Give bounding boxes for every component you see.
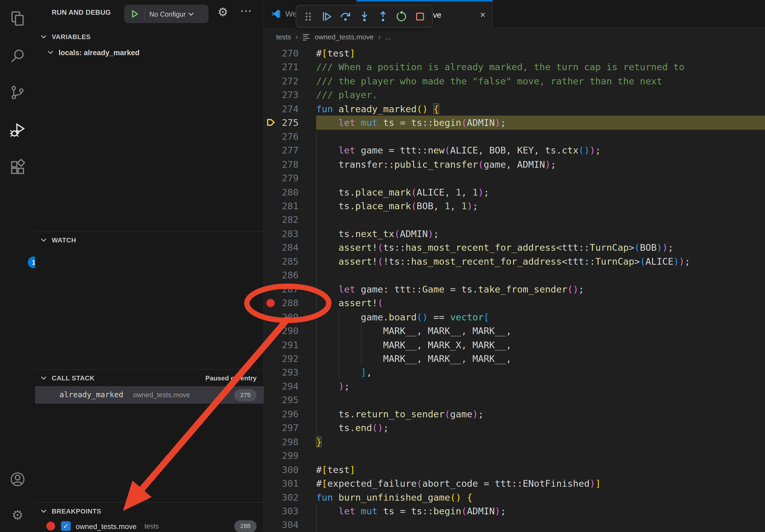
debug-settings-gear-icon[interactable]: ⚙ bbox=[218, 5, 228, 19]
restart-icon[interactable] bbox=[395, 10, 408, 23]
breakpoint-checkbox[interactable]: ✓ bbox=[61, 521, 71, 531]
gutter[interactable] bbox=[264, 254, 278, 268]
more-actions-icon[interactable]: ⋯ bbox=[240, 4, 253, 18]
code-text[interactable]: fun already_marked() { bbox=[316, 102, 765, 116]
continue-icon[interactable] bbox=[321, 10, 333, 23]
code-text[interactable]: ); bbox=[316, 379, 765, 393]
code-text[interactable]: MARK__, MARK_X, MARK__, bbox=[316, 338, 765, 352]
code-text[interactable]: /// player. bbox=[316, 88, 765, 102]
code-text[interactable]: ts.place_mark(BOB, 1, 1); bbox=[316, 199, 765, 213]
gutter[interactable] bbox=[264, 74, 278, 88]
code-line[interactable]: 303 let mut ts = ts::begin(ADMIN); bbox=[264, 504, 765, 518]
code-line[interactable]: 281 ts.place_mark(BOB, 1, 1); bbox=[264, 199, 765, 213]
code-line[interactable]: 304 bbox=[264, 518, 765, 532]
breakpoint-gutter[interactable] bbox=[264, 296, 278, 310]
gutter[interactable] bbox=[264, 130, 278, 143]
code-text[interactable]: ], bbox=[316, 366, 765, 379]
code-text[interactable]: let game: ttt::Game = ts.take_from_sende… bbox=[316, 282, 765, 296]
gutter[interactable] bbox=[264, 157, 278, 171]
section-call-stack[interactable]: CALL STACK Paused on entry bbox=[35, 371, 264, 385]
code-line[interactable]: 295 bbox=[264, 393, 765, 407]
breakpoint-list-item[interactable]: ✓ owned_tests.move tests 288 bbox=[35, 518, 264, 532]
breadcrumb-item[interactable]: ... bbox=[385, 33, 391, 41]
gutter[interactable] bbox=[264, 449, 278, 463]
code-line[interactable]: 276 bbox=[264, 130, 765, 143]
section-breakpoints[interactable]: BREAKPOINTS bbox=[35, 504, 264, 518]
code-text[interactable]: #[test] bbox=[316, 46, 765, 60]
code-text[interactable]: ts.next_tx(ADMIN); bbox=[316, 227, 765, 241]
code-text[interactable]: let game = ttt::new(ALICE, BOB, KEY, ts.… bbox=[316, 143, 765, 157]
code-line[interactable]: 288 assert!( bbox=[264, 296, 765, 310]
gutter[interactable] bbox=[264, 490, 278, 504]
start-debugging-icon[interactable] bbox=[125, 8, 145, 20]
code-line[interactable]: 292 MARK__, MARK__, MARK__, bbox=[264, 352, 765, 366]
code-text[interactable]: transfer::public_transfer(game, ADMIN); bbox=[316, 157, 765, 171]
code-line[interactable]: 275 let mut ts = ts::begin(ADMIN); bbox=[264, 116, 765, 130]
toolbar-drag-handle-icon[interactable] bbox=[302, 10, 315, 23]
extensions-icon[interactable] bbox=[9, 159, 26, 175]
code-text[interactable]: assert!(!ts::has_most_recent_for_address… bbox=[316, 254, 765, 268]
code-line[interactable]: 291 MARK__, MARK_X, MARK__, bbox=[264, 338, 765, 352]
code-line[interactable]: 271/// When a position is already marked… bbox=[264, 60, 765, 74]
source-control-icon[interactable] bbox=[9, 84, 26, 101]
breadcrumb-item[interactable]: tests bbox=[276, 33, 291, 41]
code-line[interactable]: 278 transfer::public_transfer(game, ADMI… bbox=[264, 157, 765, 171]
explorer-icon[interactable] bbox=[9, 10, 26, 27]
call-stack-frame-row[interactable]: already_marked owned_tests.move 275 bbox=[35, 386, 264, 404]
code-text[interactable]: ts.place_mark(ALICE, 1, 1); bbox=[316, 185, 765, 199]
current-line-gutter[interactable] bbox=[264, 116, 278, 130]
code-line[interactable]: 285 assert!(!ts::has_most_recent_for_add… bbox=[264, 254, 765, 268]
code-line[interactable]: 296 ts.return_to_sender(game); bbox=[264, 407, 765, 421]
code-text[interactable]: MARK__, MARK__, MARK__, bbox=[316, 324, 765, 338]
code-line[interactable]: 293 ], bbox=[264, 366, 765, 379]
gutter[interactable] bbox=[264, 46, 278, 60]
section-watch[interactable]: WATCH bbox=[35, 232, 264, 247]
gutter[interactable] bbox=[264, 407, 278, 421]
gutter[interactable] bbox=[264, 282, 278, 296]
code-line[interactable]: 272/// the player who made the "false" m… bbox=[264, 74, 765, 88]
gutter[interactable] bbox=[264, 241, 278, 254]
gutter[interactable] bbox=[264, 504, 278, 518]
code-text[interactable]: let mut ts = ts::begin(ADMIN); bbox=[316, 116, 765, 130]
gutter[interactable] bbox=[264, 379, 278, 393]
gutter[interactable] bbox=[264, 324, 278, 338]
gutter[interactable] bbox=[264, 268, 278, 282]
code-text[interactable] bbox=[316, 130, 765, 143]
gutter[interactable] bbox=[264, 199, 278, 213]
launch-config-dropdown[interactable]: No Configur bbox=[124, 5, 208, 23]
code-text[interactable]: } bbox=[316, 435, 765, 449]
code-line[interactable]: 297 ts.end(); bbox=[264, 421, 765, 435]
search-icon[interactable] bbox=[9, 48, 26, 64]
code-text[interactable] bbox=[316, 171, 765, 185]
code-editor[interactable]: 270#[test]271/// When a position is alre… bbox=[264, 46, 765, 532]
gutter[interactable] bbox=[264, 310, 278, 324]
section-variables[interactable]: VARIABLES bbox=[35, 29, 264, 44]
code-text[interactable]: assert!(ts::has_most_recent_for_address<… bbox=[316, 241, 765, 254]
code-line[interactable]: 279 bbox=[264, 171, 765, 185]
code-line[interactable]: 270#[test] bbox=[264, 46, 765, 60]
code-line[interactable]: 289 game.board() == vector[ bbox=[264, 310, 765, 324]
code-text[interactable]: #[test] bbox=[316, 463, 765, 476]
step-out-icon[interactable] bbox=[377, 10, 389, 23]
code-text[interactable]: /// the player who made the "false" move… bbox=[316, 74, 765, 88]
code-text[interactable]: MARK__, MARK__, MARK__, bbox=[316, 352, 765, 366]
code-text[interactable] bbox=[316, 518, 765, 532]
code-text[interactable]: game.board() == vector[ bbox=[316, 310, 765, 324]
gutter[interactable] bbox=[264, 213, 278, 227]
gutter[interactable] bbox=[264, 421, 278, 435]
gutter[interactable] bbox=[264, 60, 278, 74]
code-text[interactable]: ts.end(); bbox=[316, 421, 765, 435]
code-line[interactable]: 284 assert!(ts::has_most_recent_for_addr… bbox=[264, 241, 765, 254]
code-line[interactable]: 274fun already_marked() { bbox=[264, 102, 765, 116]
code-line[interactable]: 287 let game: ttt::Game = ts.take_from_s… bbox=[264, 282, 765, 296]
code-text[interactable]: fun burn_unfinished_game() { bbox=[316, 490, 765, 504]
code-line[interactable]: 301#[expected_failure(abort_code = ttt::… bbox=[264, 476, 765, 490]
code-line[interactable]: 280 ts.place_mark(ALICE, 1, 1); bbox=[264, 185, 765, 199]
code-text[interactable] bbox=[316, 393, 765, 407]
code-line[interactable]: 290 MARK__, MARK__, MARK__, bbox=[264, 324, 765, 338]
code-line[interactable]: 273/// player. bbox=[264, 88, 765, 102]
code-text[interactable] bbox=[316, 449, 765, 463]
step-over-icon[interactable] bbox=[339, 10, 352, 23]
close-tab-icon[interactable]: × bbox=[480, 9, 485, 20]
code-line[interactable]: 298} bbox=[264, 435, 765, 449]
